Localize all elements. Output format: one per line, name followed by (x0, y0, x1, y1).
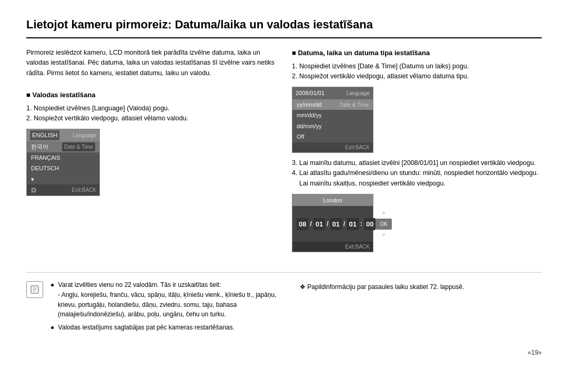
date-step-2: Nospiežot vertikālo viedpogu, atlasiet v… (299, 71, 542, 81)
camera-date-row-ymd: yy/mm/dd Date & Time (292, 99, 373, 110)
note-bullet2: ● Valodas iestatījums saglabājas pat pēc… (50, 323, 292, 333)
camera-date-footer: Exit:BACK (292, 142, 373, 152)
lang-section-title: ■ Valodas iestatīšana (26, 90, 276, 100)
page-number: «19» (26, 348, 542, 357)
camera-lang-selected: ENGLISH (30, 130, 59, 140)
camera-time-down-arrow: ▼ (381, 232, 386, 239)
note-content: ● Varat izvēlties vienu no 22 valodām. T… (50, 280, 292, 332)
camera-date-exit: Exit:BACK (345, 143, 370, 151)
svg-point-0 (32, 189, 35, 192)
camera-lang-footer: Exit:BACK (27, 184, 99, 195)
camera-lang-row-german: DEUTSCH (27, 163, 99, 174)
camera-lang-row-french: FRANÇAIS (27, 152, 99, 163)
camera-date-off: Off (297, 132, 304, 141)
camera-lang-row-korean: 한국어 Date & Time (27, 141, 99, 152)
camera-lang-header: ENGLISH Language (27, 129, 99, 141)
page-title: Lietojot kameru pirmoreiz: Datuma/laika … (26, 16, 542, 38)
date-step-1: Nospiediet izvēlnes [Date & Time] (Datum… (299, 61, 542, 71)
camera-time-month: 01 (313, 218, 325, 231)
date-section-title: ■ Datuma, laika un datuma tipa iestatīša… (292, 48, 542, 58)
date-step-4: Lai atlasītu gadu/mēnesi/dienu un stundu… (299, 168, 542, 189)
camera-lang-exit: Exit:BACK (72, 186, 96, 194)
camera-time-ui: London 08 / 01 / 01 / 01 : 00 (292, 194, 373, 253)
note-section: ● Varat izvēlties vienu no 22 valodām. T… (26, 272, 542, 332)
camera-date-mdy: mm/dd/yy (297, 111, 322, 120)
camera-time-footer: Exit:BACK (292, 242, 373, 252)
camera-time-body: 08 / 01 / 01 / 01 : 00 ▲ OK (292, 206, 373, 242)
camera-time-sep1: / (309, 219, 312, 229)
note-bullet1: ● Varat izvēlties vienu no 22 valodām. T… (50, 280, 292, 290)
camera-date-header: 2008/01/01 Language (292, 87, 373, 99)
camera-time-ok: OK (376, 219, 391, 230)
camera-language-ui: ENGLISH Language 한국어 Date & Time FRANÇAI… (26, 129, 100, 196)
date-step-3: Lai mainītu datumu, atlasiet izvēlni [20… (299, 158, 542, 168)
note-right: ❖ Papildinformāciju par pasaules laiku s… (300, 280, 542, 332)
camera-date-lang-label: Language (347, 89, 370, 97)
camera-time-exit: Exit:BACK (345, 243, 370, 251)
camera-time-day: 01 (330, 218, 342, 231)
camera-date-ui: 2008/01/01 Language yy/mm/dd Date & Time… (292, 87, 373, 153)
note-icon (26, 281, 43, 298)
camera-lang-german: DEUTSCH (31, 164, 59, 173)
camera-date-header-value: 2008/01/01 (296, 89, 324, 98)
camera-lang-down-arrow: ▾ (31, 175, 34, 184)
lang-step-1: Nospiediet izvēlnes [Language] (Valoda) … (34, 104, 276, 114)
camera-date-row-mdy: mm/dd/yy (292, 110, 373, 121)
camera-time-up-arrow: ▲ (381, 209, 386, 216)
camera-date-dmy: dd/mm/yy (297, 122, 322, 131)
camera-lang-korean: 한국어 (31, 142, 48, 151)
camera-lang-french: FRANÇAIS (31, 153, 60, 162)
camera-time-sep3: / (343, 219, 346, 229)
pencil-icon (29, 284, 40, 295)
lang-step-2: Nospiežot vertikālo viedpogu, atlasiet v… (34, 114, 276, 123)
date-steps-list: Nospiediet izvēlnes [Date & Time] (Datum… (299, 61, 542, 82)
camera-lang-row-arrow: ▾ (27, 174, 99, 185)
camera-time-down-arrows: ▼ (381, 232, 386, 239)
lang-steps-list: Nospiediet izvēlnes [Language] (Valoda) … (34, 104, 276, 124)
intro-text: Pirmoreiz ieslēdzot kameru, LCD monitorā… (26, 48, 276, 78)
camera-lang-datetime-label: Date & Time (62, 142, 95, 151)
camera-time-year: 08 (297, 218, 308, 231)
camera-time-hour: 01 (347, 218, 358, 231)
camera-lang-right-label: Language (73, 131, 97, 139)
camera-time-minute: 00 (364, 218, 376, 231)
camera-time-arrows: ▲ (381, 209, 386, 216)
camera-time-display: 08 / 01 / 01 / 01 : 00 (297, 218, 376, 231)
settings-icon (30, 187, 37, 194)
camera-date-row-dmy: dd/mm/yy (292, 121, 373, 132)
camera-date-ymd: yy/mm/dd (297, 100, 322, 109)
camera-time-sep4: : (360, 219, 363, 229)
camera-date-datetime-label: Date & Time (340, 101, 369, 109)
camera-time-city: London (292, 194, 373, 207)
date-steps-list-continued: Lai mainītu datumu, atlasiet izvēlni [20… (299, 158, 542, 189)
camera-time-sep2: / (326, 219, 329, 229)
camera-date-row-off: Off (292, 131, 373, 142)
note-bullet1-sub: - Angļu, korejiešu, franču, vācu, spāņu,… (50, 290, 292, 319)
